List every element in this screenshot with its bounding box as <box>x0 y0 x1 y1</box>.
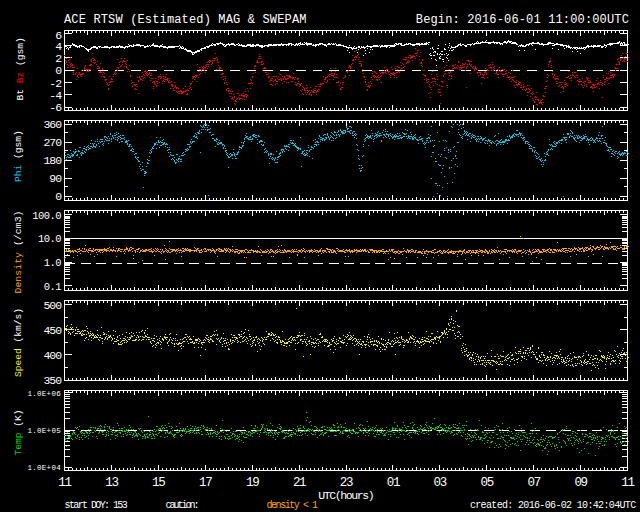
svg-text:01: 01 <box>387 476 400 490</box>
svg-text:03: 03 <box>434 476 447 490</box>
svg-text:Bt Bz (gsm): Bt Bz (gsm) <box>15 37 26 100</box>
svg-text:1.0E+06: 1.0E+06 <box>27 390 61 398</box>
svg-text:1.0: 1.0 <box>44 257 62 269</box>
svg-text:Begin: 2016-06-01 11:00:00UTC: Begin: 2016-06-01 11:00:00UTC <box>416 13 629 27</box>
svg-text:19: 19 <box>246 476 259 490</box>
svg-text:10.0: 10.0 <box>38 233 61 245</box>
svg-text:350: 350 <box>43 374 62 387</box>
svg-text:density < 1: density < 1 <box>267 500 319 511</box>
svg-text:11: 11 <box>58 476 71 490</box>
svg-text:-4: -4 <box>49 89 62 102</box>
svg-text:13: 13 <box>105 476 118 490</box>
svg-text:07: 07 <box>527 476 540 490</box>
svg-text:270: 270 <box>43 136 62 149</box>
svg-text:400: 400 <box>43 349 62 362</box>
svg-text:caution:: caution: <box>166 500 198 511</box>
svg-text:0.1: 0.1 <box>44 281 62 293</box>
svg-text:1.0E+04: 1.0E+04 <box>27 464 61 472</box>
svg-text:created: 2016-06-02 10:42:04UT: created: 2016-06-02 10:42:04UTC <box>470 500 636 511</box>
svg-text:21: 21 <box>293 476 306 490</box>
svg-text:start DOY: 153: start DOY: 153 <box>65 500 128 511</box>
svg-text:Density (/cm3): Density (/cm3) <box>13 210 24 293</box>
svg-text:360: 360 <box>43 118 62 131</box>
svg-text:90: 90 <box>49 172 62 185</box>
svg-text:-2: -2 <box>49 77 62 90</box>
svg-text:09: 09 <box>574 476 587 490</box>
svg-text:UTC(hours): UTC(hours) <box>318 489 373 502</box>
svg-text:Temp (K): Temp (K) <box>13 409 24 455</box>
svg-text:100.0: 100.0 <box>32 210 61 222</box>
svg-text:180: 180 <box>43 154 62 167</box>
svg-text:05: 05 <box>481 476 494 490</box>
svg-text:Phi (gsm): Phi (gsm) <box>13 130 24 182</box>
svg-text:17: 17 <box>199 476 212 490</box>
svg-text:11: 11 <box>621 476 634 490</box>
svg-text:15: 15 <box>152 476 165 490</box>
svg-text:1.0E+05: 1.0E+05 <box>27 427 61 435</box>
svg-text:-6: -6 <box>49 101 62 114</box>
svg-text:Speed (km/s): Speed (km/s) <box>13 308 24 377</box>
svg-text:ACE RTSW (Estimated) MAG & SWE: ACE RTSW (Estimated) MAG & SWEPAM <box>64 13 307 27</box>
svg-text:450: 450 <box>43 324 62 337</box>
svg-text:500: 500 <box>43 299 62 312</box>
